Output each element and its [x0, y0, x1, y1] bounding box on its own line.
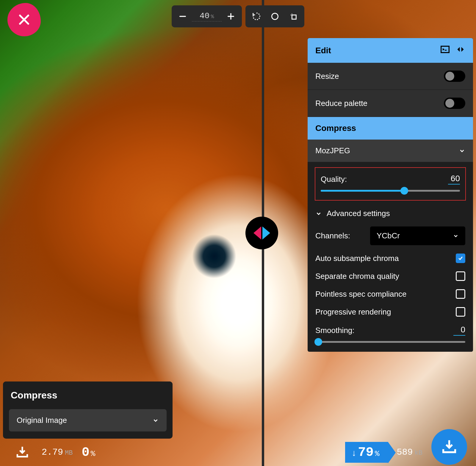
reduce-palette-row: Reduce palette	[308, 90, 473, 117]
quality-slider-thumb[interactable]	[400, 187, 408, 195]
advanced-label: Advanced settings	[327, 209, 390, 218]
rotate-icon	[252, 12, 261, 21]
channels-row: Channels: YCbCr	[315, 226, 465, 245]
download-icon	[15, 445, 30, 460]
channels-label: Channels:	[315, 231, 350, 240]
chevron-down-icon	[152, 417, 159, 424]
chevron-down-icon	[453, 233, 459, 239]
download-icon	[440, 438, 458, 456]
chevron-down-icon	[315, 210, 322, 217]
compress-header: Compress	[308, 117, 473, 140]
original-stats: 2.79MB 0%	[12, 439, 95, 466]
zoom-in-button[interactable]	[222, 7, 240, 26]
separate-chroma-label: Separate chroma quality	[315, 272, 399, 281]
codec-select[interactable]: MozJPEG	[308, 140, 473, 162]
left-compress-title: Compress	[3, 381, 173, 407]
spec-compliance-label: Pointless spec compliance	[315, 290, 406, 299]
smoothing-value[interactable]: 0	[453, 325, 465, 336]
crop-button[interactable]	[284, 7, 303, 26]
auto-subsample-checkbox[interactable]	[456, 254, 465, 263]
compare-left-icon	[253, 226, 261, 240]
background-toggle-button[interactable]	[266, 7, 284, 26]
zoom-value[interactable]: 40%	[192, 11, 222, 21]
minus-icon	[178, 12, 187, 21]
resize-toggle[interactable]	[444, 71, 465, 82]
left-compress-label: Compress	[11, 390, 57, 401]
quality-highlight: Quality: 60	[315, 167, 466, 201]
original-percent-value: 0	[82, 445, 89, 460]
crop-icon	[289, 12, 298, 21]
reduce-palette-toggle[interactable]	[444, 98, 465, 109]
cli-button[interactable]	[440, 45, 450, 56]
spec-compliance-checkbox[interactable]	[456, 289, 465, 299]
svg-rect-2	[441, 46, 449, 52]
top-toolbar: 40%	[172, 5, 304, 27]
compressed-stats: ↓ 79% 589kB	[345, 439, 467, 466]
right-panel: Edit Resize Reduce palette Compress MozJ…	[308, 38, 473, 352]
smoothing-slider[interactable]	[315, 341, 465, 343]
smoothing-slider-thumb[interactable]	[314, 338, 322, 346]
zoom-out-button[interactable]	[173, 7, 192, 26]
terminal-icon	[440, 45, 450, 54]
reduce-palette-label: Reduce palette	[315, 99, 367, 108]
channels-value: YCbCr	[377, 231, 400, 240]
spec-compliance-row: Pointless spec compliance	[315, 289, 465, 299]
compressed-size-value: 589	[397, 447, 413, 457]
compressed-size: 589kB	[397, 447, 422, 457]
separate-chroma-checkbox[interactable]	[456, 271, 465, 281]
progressive-label: Progressive rendering	[315, 307, 391, 317]
left-codec-value: Original Image	[17, 416, 67, 425]
quality-label: Quality:	[321, 175, 347, 184]
compare-handle[interactable]	[245, 217, 278, 249]
savings-percent-value: 79	[358, 445, 374, 460]
download-compressed-button[interactable]	[431, 429, 467, 465]
smoothing-label: Smoothing:	[315, 326, 355, 335]
original-size: 2.79MB	[42, 447, 73, 457]
quality-value[interactable]: 60	[448, 174, 460, 184]
zoom-unit: %	[211, 14, 214, 20]
edit-header: Edit	[308, 38, 473, 63]
plus-icon	[227, 12, 235, 21]
left-codec-select[interactable]: Original Image	[9, 409, 167, 431]
svg-rect-1	[292, 15, 296, 19]
svg-point-0	[272, 13, 278, 20]
separate-chroma-row: Separate chroma quality	[315, 271, 465, 281]
progressive-checkbox[interactable]	[456, 307, 465, 317]
close-button[interactable]	[7, 3, 41, 36]
channels-select[interactable]: YCbCr	[370, 226, 465, 245]
quality-slider[interactable]	[321, 190, 460, 192]
auto-subsample-label: Auto subsample chroma	[315, 254, 399, 263]
resize-row: Resize	[308, 63, 473, 90]
auto-subsample-row: Auto subsample chroma	[315, 254, 465, 263]
circle-icon	[271, 12, 279, 21]
original-percent: 0%	[82, 445, 95, 460]
compare-right-icon	[262, 226, 270, 240]
swap-sides-button[interactable]	[456, 45, 465, 56]
swap-icon	[456, 45, 465, 54]
zoom-number: 40	[200, 11, 210, 21]
compressed-size-unit: kB	[415, 449, 422, 457]
arrow-down-icon: ↓	[352, 448, 356, 458]
transform-group	[245, 5, 304, 27]
resize-label: Resize	[315, 72, 339, 81]
savings-badge: ↓ 79%	[345, 442, 388, 463]
close-icon	[17, 12, 31, 27]
progressive-row: Progressive rendering	[315, 307, 465, 317]
edit-title: Edit	[315, 46, 331, 55]
check-icon	[458, 255, 464, 261]
zoom-group: 40%	[172, 5, 242, 27]
original-size-unit: MB	[65, 449, 73, 457]
original-size-value: 2.79	[42, 447, 63, 457]
advanced-settings-toggle[interactable]: Advanced settings	[315, 209, 465, 218]
chevron-down-icon	[459, 148, 465, 154]
codec-value: MozJPEG	[315, 146, 350, 155]
left-panel: Compress Original Image	[3, 381, 173, 439]
compress-title: Compress	[315, 123, 356, 133]
download-original-button[interactable]	[12, 442, 33, 462]
